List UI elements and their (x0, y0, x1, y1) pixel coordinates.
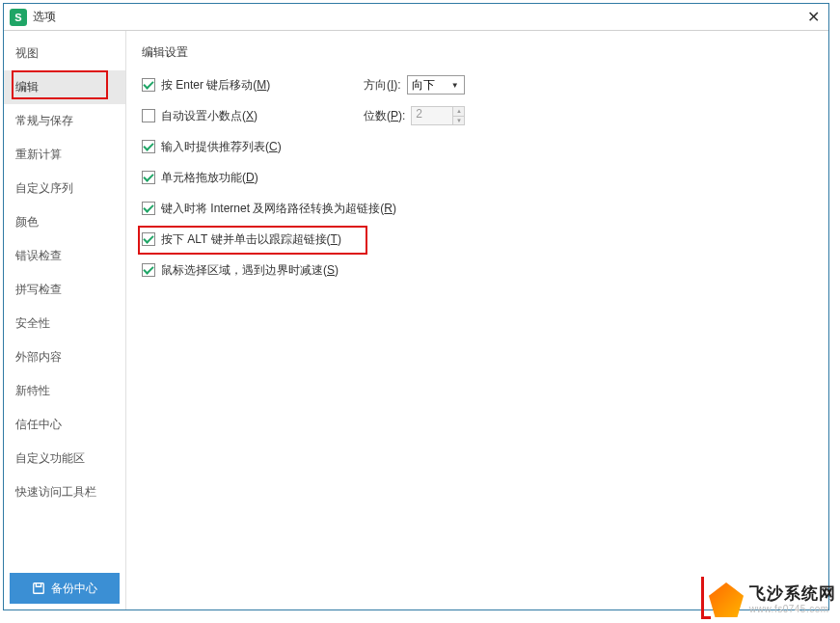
window-title: 选项 (33, 9, 803, 25)
option-cell-drag-label[interactable]: 单元格拖放功能(D) (161, 170, 258, 186)
content-panel: 编辑设置 按 Enter 键后移动(M) 方向(I): 向下 ▼ 自 (125, 31, 828, 609)
checkbox-cell-drag[interactable] (142, 171, 155, 184)
backup-center-button[interactable]: 备份中心 (10, 573, 120, 604)
app-icon: S (10, 9, 27, 26)
sidebar-item-quick-access[interactable]: 快速访问工具栏 (4, 475, 125, 509)
direction-select[interactable]: 向下 ▼ (407, 75, 465, 95)
sidebar-item-general-save[interactable]: 常规与保存 (4, 104, 125, 138)
watermark-url: www.fs0745.com (749, 604, 836, 614)
sidebar: 视图 编辑 常规与保存 重新计算 自定义序列 颜色 错误检查 拼写检查 安全性 … (4, 31, 126, 609)
titlebar: S 选项 ✕ (4, 4, 828, 31)
spinner-down-icon[interactable]: ▼ (453, 117, 464, 125)
watermark-logo-icon (709, 582, 744, 617)
svg-rect-0 (34, 583, 44, 594)
sidebar-item-view[interactable]: 视图 (4, 37, 125, 70)
checkbox-recommend-list[interactable] (142, 140, 155, 153)
checkbox-enter-move[interactable] (142, 78, 155, 92)
option-recommend-list-label[interactable]: 输入时提供推荐列表(C) (161, 139, 282, 155)
places-label: 位数(P): (364, 108, 405, 124)
sidebar-item-error-check[interactable]: 错误检查 (4, 239, 125, 273)
sidebar-item-custom-ribbon[interactable]: 自定义功能区 (4, 442, 125, 475)
option-auto-decimal-label[interactable]: 自动设置小数点(X) (161, 108, 257, 124)
chevron-down-icon: ▼ (448, 78, 462, 92)
watermark: 飞沙系统网 www.fs0745.com (709, 582, 836, 617)
backup-icon (32, 582, 45, 595)
direction-label: 方向(I): (364, 77, 401, 94)
checkbox-auto-decimal[interactable] (142, 109, 155, 122)
places-spinner[interactable]: 2 ▲ ▼ (411, 106, 465, 125)
section-title: 编辑设置 (142, 44, 813, 61)
option-mouse-slowdown-label[interactable]: 鼠标选择区域，遇到边界时减速(S) (161, 262, 339, 279)
sidebar-item-external-content[interactable]: 外部内容 (4, 340, 125, 374)
sidebar-item-trust-center[interactable]: 信任中心 (4, 408, 125, 442)
options-dialog: S 选项 ✕ 视图 编辑 常规与保存 重新计算 自定义序列 颜色 错误检查 拼写… (3, 3, 829, 610)
spinner-up-icon[interactable]: ▲ (453, 107, 464, 117)
option-hyperlink-convert-label[interactable]: 键入时将 Internet 及网络路径转换为超链接(R) (161, 201, 396, 217)
sidebar-item-custom-list[interactable]: 自定义序列 (4, 172, 125, 205)
sidebar-item-new-features[interactable]: 新特性 (4, 374, 125, 408)
watermark-title: 飞沙系统网 (749, 585, 836, 604)
places-value: 2 (411, 106, 453, 125)
option-enter-move-label[interactable]: 按 Enter 键后移动(M) (161, 77, 270, 94)
close-button[interactable]: ✕ (803, 8, 823, 27)
sidebar-item-security[interactable]: 安全性 (4, 307, 125, 340)
option-alt-hyperlink-label[interactable]: 按下 ALT 键并单击以跟踪超链接(T) (161, 231, 341, 248)
sidebar-item-edit[interactable]: 编辑 (4, 70, 125, 104)
sidebar-item-spell-check[interactable]: 拼写检查 (4, 273, 125, 307)
checkbox-hyperlink-convert[interactable] (142, 202, 155, 215)
sidebar-item-color[interactable]: 颜色 (4, 205, 125, 239)
checkbox-alt-hyperlink[interactable] (142, 232, 155, 246)
direction-value: 向下 (412, 77, 435, 94)
backup-label: 备份中心 (51, 581, 97, 597)
sidebar-item-recalculate[interactable]: 重新计算 (4, 138, 125, 172)
checkbox-mouse-slowdown[interactable] (142, 263, 155, 277)
